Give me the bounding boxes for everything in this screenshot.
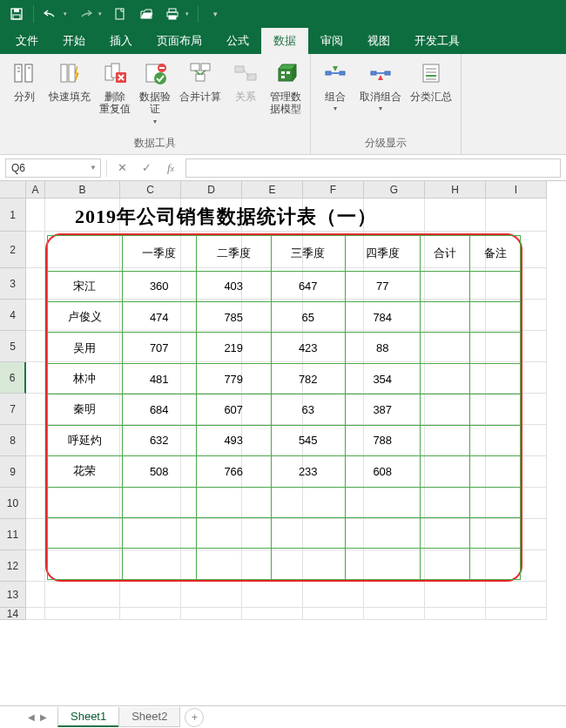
ribbon-button[interactable]: 删除重复值 bbox=[98, 57, 132, 127]
table-cell[interactable] bbox=[470, 333, 521, 363]
table-cell[interactable] bbox=[420, 394, 470, 425]
menu-tab-5[interactable]: 数据 bbox=[261, 28, 308, 54]
ribbon-button[interactable]: 取消组合▾ bbox=[358, 57, 403, 115]
table-cell[interactable] bbox=[122, 518, 197, 549]
table-cell[interactable] bbox=[420, 301, 470, 332]
redo-icon[interactable] bbox=[74, 3, 97, 25]
cell[interactable] bbox=[26, 425, 45, 456]
ribbon-button[interactable]: 管理数据模型 bbox=[268, 57, 303, 127]
sheet-tab[interactable]: Sheet1 bbox=[57, 707, 119, 727]
cell[interactable] bbox=[364, 582, 425, 608]
new-icon[interactable] bbox=[109, 3, 131, 25]
cell[interactable] bbox=[181, 582, 242, 608]
row-header[interactable]: 7 bbox=[0, 394, 26, 425]
cell[interactable] bbox=[120, 608, 181, 620]
cancel-icon[interactable]: ✕ bbox=[112, 158, 131, 178]
cell[interactable] bbox=[26, 582, 45, 608]
cell[interactable] bbox=[303, 608, 364, 620]
ribbon-button[interactable]: 快速填充 bbox=[47, 57, 92, 127]
table-cell[interactable] bbox=[470, 549, 521, 580]
col-header[interactable]: H bbox=[425, 181, 486, 199]
row-header[interactable]: 12 bbox=[0, 550, 26, 582]
table-cell[interactable]: 784 bbox=[346, 301, 421, 332]
table-cell[interactable]: 呼延灼 bbox=[48, 425, 123, 455]
table-header-cell[interactable] bbox=[48, 236, 123, 272]
cell[interactable] bbox=[26, 331, 45, 362]
table-cell[interactable]: 360 bbox=[122, 271, 197, 301]
col-header[interactable]: G bbox=[364, 181, 425, 199]
table-header-cell[interactable]: 四季度 bbox=[346, 236, 421, 272]
table-cell[interactable] bbox=[420, 425, 470, 455]
cell[interactable] bbox=[364, 608, 425, 620]
row-header[interactable]: 3 bbox=[0, 268, 26, 300]
table-cell[interactable] bbox=[346, 487, 421, 517]
cell[interactable] bbox=[425, 199, 486, 232]
cell[interactable] bbox=[26, 232, 45, 268]
cell[interactable] bbox=[26, 394, 45, 425]
table-cell[interactable] bbox=[470, 456, 521, 487]
cell[interactable] bbox=[181, 608, 242, 620]
table-cell[interactable]: 782 bbox=[271, 363, 346, 394]
row-header[interactable]: 2 bbox=[0, 232, 26, 268]
cell[interactable] bbox=[26, 300, 45, 331]
table-cell[interactable] bbox=[470, 271, 521, 301]
table-cell[interactable]: 608 bbox=[346, 456, 421, 487]
table-cell[interactable]: 77 bbox=[346, 271, 421, 301]
table-cell[interactable]: 423 bbox=[271, 333, 346, 363]
row-header[interactable]: 14 bbox=[0, 608, 26, 620]
cell[interactable] bbox=[26, 608, 45, 620]
menu-tab-6[interactable]: 审阅 bbox=[308, 28, 355, 54]
table-cell[interactable] bbox=[271, 487, 346, 517]
cell[interactable] bbox=[26, 456, 45, 488]
table-cell[interactable]: 785 bbox=[197, 301, 272, 332]
save-icon[interactable] bbox=[5, 3, 28, 25]
cell[interactable] bbox=[425, 608, 486, 620]
table-cell[interactable]: 607 bbox=[197, 394, 272, 425]
col-header[interactable]: F bbox=[303, 181, 364, 199]
cell[interactable] bbox=[26, 519, 45, 550]
table-cell[interactable]: 233 bbox=[271, 456, 346, 487]
cell[interactable] bbox=[26, 199, 45, 232]
table-cell[interactable]: 秦明 bbox=[48, 394, 123, 425]
table-cell[interactable] bbox=[420, 456, 470, 487]
row-header[interactable]: 4 bbox=[0, 300, 26, 331]
cell[interactable] bbox=[486, 582, 547, 608]
row-header[interactable]: 11 bbox=[0, 519, 26, 550]
table-cell[interactable]: 647 bbox=[271, 271, 346, 301]
table-cell[interactable] bbox=[470, 425, 521, 455]
cell[interactable] bbox=[45, 608, 120, 620]
table-cell[interactable] bbox=[470, 487, 521, 517]
cell[interactable] bbox=[45, 582, 120, 608]
table-cell[interactable]: 403 bbox=[197, 271, 272, 301]
ribbon-button[interactable]: 分列 bbox=[7, 57, 42, 127]
menu-tab-4[interactable]: 公式 bbox=[214, 28, 261, 54]
ribbon-button[interactable]: 组合▾ bbox=[318, 57, 353, 115]
table-cell[interactable] bbox=[420, 363, 470, 394]
table-cell[interactable]: 宋江 bbox=[48, 271, 123, 301]
table-cell[interactable]: 766 bbox=[197, 456, 272, 487]
enter-icon[interactable]: ✓ bbox=[137, 158, 156, 178]
row-header[interactable]: 10 bbox=[0, 488, 26, 519]
table-cell[interactable] bbox=[346, 518, 421, 549]
table-header-cell[interactable]: 三季度 bbox=[271, 236, 346, 272]
table-cell[interactable]: 花荣 bbox=[48, 456, 123, 487]
table-cell[interactable]: 684 bbox=[122, 394, 197, 425]
cell[interactable] bbox=[26, 488, 45, 519]
menu-tab-2[interactable]: 插入 bbox=[98, 28, 145, 54]
table-cell[interactable] bbox=[420, 549, 470, 580]
table-cell[interactable] bbox=[420, 487, 470, 517]
table-cell[interactable] bbox=[470, 394, 521, 425]
menu-tab-1[interactable]: 开始 bbox=[51, 28, 98, 54]
col-header[interactable]: A bbox=[26, 181, 45, 199]
table-cell[interactable] bbox=[48, 549, 123, 580]
table-cell[interactable] bbox=[197, 518, 272, 549]
select-all-corner[interactable] bbox=[0, 181, 26, 199]
table-header-cell[interactable]: 一季度 bbox=[122, 236, 197, 272]
add-sheet-icon[interactable]: + bbox=[185, 708, 204, 727]
table-cell[interactable] bbox=[197, 549, 272, 580]
cell[interactable] bbox=[26, 268, 45, 300]
table-cell[interactable]: 219 bbox=[197, 333, 272, 363]
fx-icon[interactable]: fx bbox=[161, 158, 180, 178]
table-cell[interactable] bbox=[470, 301, 521, 332]
col-header[interactable]: D bbox=[181, 181, 242, 199]
